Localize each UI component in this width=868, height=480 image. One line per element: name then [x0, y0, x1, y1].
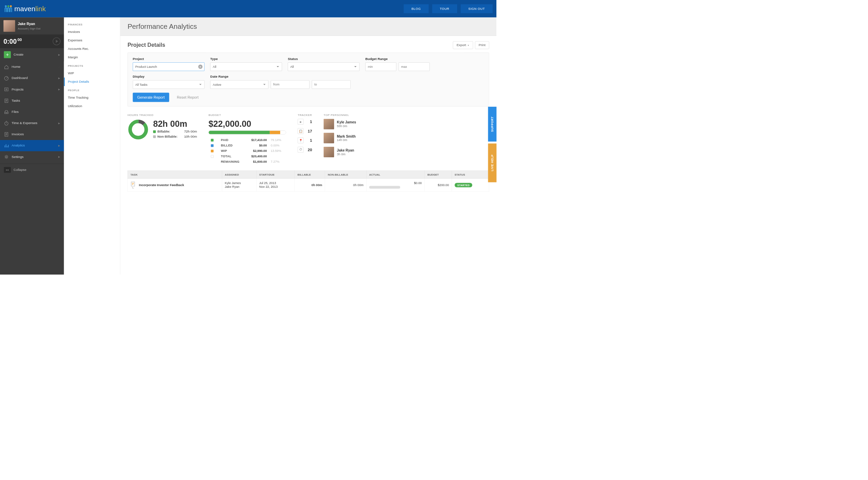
avatar — [324, 147, 334, 157]
nav-invoices[interactable]: Invoices — [0, 129, 64, 140]
print-button[interactable]: Print — [475, 41, 489, 49]
play-icon[interactable] — [53, 37, 61, 45]
column-header[interactable]: ACTUAL — [366, 171, 425, 178]
task-actual: $0.00 — [414, 181, 422, 185]
table-row: Incorporate Investor Feedback Kyle James… — [128, 179, 489, 192]
tracker-icon: 📋 — [298, 128, 304, 134]
chevron-right-icon: ▶ — [58, 156, 60, 158]
avatar — [324, 133, 334, 143]
task-budget: $200.00 — [425, 179, 452, 192]
clear-icon[interactable]: ✕ — [198, 64, 203, 69]
main-sidebar: Jake Ryan Account | Sign Out 0:0000 +Cre… — [0, 17, 64, 274]
user-sub-links[interactable]: Account | Sign Out — [18, 27, 41, 30]
svg-point-12 — [130, 121, 146, 138]
nav-tasks[interactable]: Tasks — [0, 95, 64, 106]
nav-create[interactable]: +Create▶ — [0, 48, 64, 61]
column-header[interactable]: STATUS — [452, 171, 489, 178]
actual-progress — [369, 186, 400, 189]
section-finances: FINANCES — [64, 20, 120, 27]
svg-point-0 — [5, 5, 7, 7]
project-label: Project — [133, 57, 205, 61]
tracker-icon: ★ — [298, 119, 304, 125]
generate-report-button[interactable]: Generate Report — [133, 93, 169, 102]
nav-dashboard[interactable]: Dashboard▶ — [0, 73, 64, 84]
subnav-project-details[interactable]: Project Details — [64, 78, 120, 86]
column-header[interactable]: BILLABLE — [295, 171, 325, 178]
support-tab[interactable]: SUPPORT — [488, 107, 496, 142]
svg-point-5 — [6, 89, 7, 90]
budget-total: $22,000.00 — [209, 119, 286, 129]
column-header[interactable]: NON-BILLABLE — [325, 171, 366, 178]
svg-point-3 — [4, 76, 8, 80]
subnav-utilization[interactable]: Utilization — [64, 102, 120, 111]
tray-icon — [4, 109, 9, 115]
collapse-icon: << — [4, 167, 11, 173]
display-label: Display — [133, 75, 205, 79]
sub-sidebar: FINANCES Invoices Expenses Accounts Rec.… — [64, 17, 120, 274]
brand-logo[interactable]: mavenlink — [4, 4, 46, 13]
svg-point-1 — [7, 5, 9, 7]
status-select[interactable]: All — [288, 62, 359, 71]
date-range-select[interactable]: Active — [210, 80, 269, 89]
person-row: Mark Smith14h 0m — [324, 133, 356, 143]
logo-icon — [4, 4, 13, 13]
subnav-wip[interactable]: WIP — [64, 69, 120, 78]
task-assigned: Kyle James Jake Ryan — [222, 179, 256, 192]
budget-breakdown-table: PAID$17,410.0079.14%BILLED$0.000.00%WIP$… — [209, 137, 286, 164]
nav-files[interactable]: Files — [0, 106, 64, 117]
nav-settings[interactable]: Settings▶ — [0, 151, 64, 162]
budget-min-input[interactable] — [365, 62, 396, 71]
live-help-tab[interactable]: LIVE HELP — [488, 143, 496, 182]
type-select[interactable]: All — [210, 62, 282, 71]
column-header[interactable]: START/DUE — [256, 171, 295, 178]
user-block: Jake Ryan Account | Sign Out — [0, 17, 64, 35]
user-avatar[interactable] — [3, 20, 15, 32]
column-header[interactable]: TASK — [128, 171, 222, 178]
top-bar: mavenlink BLOG TOUR SIGN OUT — [0, 0, 496, 17]
brand-b: link — [35, 5, 46, 13]
tracker-row: 📍1 — [298, 138, 312, 143]
tour-button[interactable]: TOUR — [432, 4, 457, 13]
date-from-input[interactable] — [271, 80, 309, 89]
subnav-invoices[interactable]: Invoices — [64, 27, 120, 36]
task-nonbillable: 0h 00m — [325, 179, 366, 192]
hours-tracked-block: HOURS TRACKED 82h 00m Billable:72h 00m N… — [127, 114, 197, 165]
svg-point-9 — [6, 156, 7, 158]
budget-max-input[interactable] — [399, 62, 430, 71]
subnav-time-tracking[interactable]: Time Tracking — [64, 94, 120, 102]
filter-panel: Project ✕ Type All Status All — [127, 53, 489, 106]
date-to-input[interactable] — [312, 80, 350, 89]
tracker-block: TRACKER ★1📋17📍1⏱20 — [298, 114, 312, 165]
gear-icon — [4, 154, 9, 159]
reset-report-button[interactable]: Reset Report — [173, 94, 202, 101]
gauge-icon — [4, 76, 9, 81]
column-header[interactable]: ASSIGNED — [222, 171, 256, 178]
page: Performance Analytics Project Details Ex… — [120, 17, 497, 274]
avatar — [324, 119, 334, 129]
subnav-margin[interactable]: Margin — [64, 53, 120, 62]
home-icon — [4, 64, 9, 69]
billable-swatch — [153, 130, 156, 133]
export-button[interactable]: Export ▼ — [453, 41, 473, 49]
collapse-button[interactable]: <<Collapse — [0, 164, 64, 176]
hours-total: 82h 00m — [153, 119, 197, 129]
status-badge: STARTED — [455, 183, 473, 187]
display-select[interactable]: All Tasks — [133, 80, 205, 89]
caret-down-icon: ▼ — [467, 44, 469, 46]
subnav-accounts-rec[interactable]: Accounts Rec. — [64, 45, 120, 53]
section-title: Project Details — [127, 42, 165, 48]
nav-projects[interactable]: Projects▶ — [0, 84, 64, 95]
nav-analytics[interactable]: Analytics▶ — [0, 140, 64, 151]
signout-button[interactable]: SIGN OUT — [460, 4, 493, 13]
nav-time-expenses[interactable]: Time & Expenses▶ — [0, 118, 64, 129]
budget-progress-bar — [209, 131, 286, 134]
date-range-label: Date Range — [210, 75, 351, 79]
nav-home[interactable]: Home○ — [0, 61, 64, 73]
project-input[interactable] — [133, 62, 205, 71]
column-header[interactable]: BUDGET — [425, 171, 452, 178]
subnav-expenses[interactable]: Expenses — [64, 36, 120, 44]
brand-a: maven — [14, 5, 35, 13]
blog-button[interactable]: BLOG — [404, 4, 429, 13]
timer-widget: 0:0000 — [0, 35, 64, 48]
chevron-right-icon: ▶ — [58, 144, 60, 147]
